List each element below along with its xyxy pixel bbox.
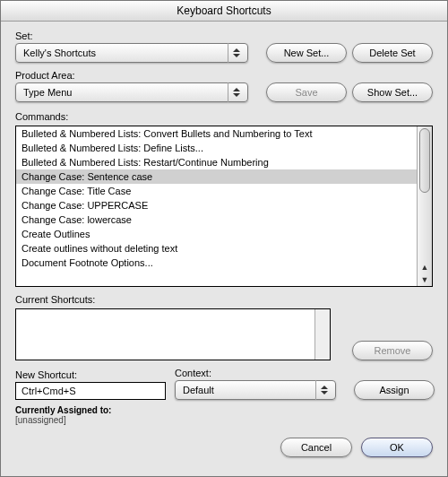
remove-button[interactable]: Remove xyxy=(352,341,433,360)
product-area-label: Product Area: xyxy=(15,70,248,81)
assigned-to-label: Currently Assigned to: xyxy=(15,405,433,415)
list-item[interactable]: Change Case: Title Case xyxy=(16,184,417,198)
list-item[interactable]: Create Outlines xyxy=(16,227,417,241)
set-label: Set: xyxy=(15,30,248,41)
keyboard-shortcuts-dialog: Keyboard Shortcuts Set: Kelly's Shortcut… xyxy=(0,0,448,477)
set-select[interactable]: Kelly's Shortcuts xyxy=(15,43,248,63)
set-select-value: Kelly's Shortcuts xyxy=(23,48,96,58)
current-shortcuts-label: Current Shortcuts: xyxy=(15,294,433,305)
save-button[interactable]: Save xyxy=(266,82,347,102)
commands-scrollbar[interactable]: ▲ ▼ xyxy=(417,126,432,286)
list-item[interactable]: Document Footnote Options... xyxy=(16,256,417,270)
scroll-thumb[interactable] xyxy=(419,128,430,193)
shortcuts-scrollbar[interactable] xyxy=(314,309,330,360)
show-set-button[interactable]: Show Set... xyxy=(352,82,433,102)
new-shortcut-label: New Shortcut: xyxy=(15,369,166,380)
titlebar: Keyboard Shortcuts xyxy=(1,1,447,22)
list-item[interactable]: Change Case: Sentence case xyxy=(16,169,417,184)
list-item[interactable]: Change Case: UPPERCASE xyxy=(16,198,417,212)
new-shortcut-input[interactable] xyxy=(15,382,166,400)
current-shortcuts-box[interactable] xyxy=(15,308,331,360)
delete-set-button[interactable]: Delete Set xyxy=(352,43,433,63)
product-area-select-value: Type Menu xyxy=(23,87,72,98)
commands-label: Commands: xyxy=(15,111,433,122)
assign-button[interactable]: Assign xyxy=(354,380,435,400)
cancel-button[interactable]: Cancel xyxy=(280,438,352,457)
ok-button[interactable]: OK xyxy=(361,438,433,457)
commands-list[interactable]: Bulleted & Numbered Lists: Convert Bulle… xyxy=(15,126,433,287)
list-item[interactable]: Change Case: lowercase xyxy=(16,212,417,227)
context-select-value: Default xyxy=(183,385,214,395)
list-item[interactable]: Bulleted & Numbered Lists: Restart/Conti… xyxy=(16,155,417,169)
dialog-content: Set: Kelly's Shortcuts New Set... Delete… xyxy=(1,22,447,476)
window-title: Keyboard Shortcuts xyxy=(177,4,271,17)
context-select[interactable]: Default xyxy=(175,380,336,400)
assigned-to-value: [unassigned] xyxy=(15,415,433,425)
product-area-select[interactable]: Type Menu xyxy=(15,82,248,102)
list-item[interactable]: Bulleted & Numbered Lists: Define Lists.… xyxy=(16,141,417,155)
context-label: Context: xyxy=(175,368,336,378)
scroll-up-icon[interactable]: ▲ xyxy=(418,261,432,273)
scroll-down-icon[interactable]: ▼ xyxy=(418,273,432,286)
list-item[interactable]: Create outlines without deleting text xyxy=(16,241,417,256)
new-set-button[interactable]: New Set... xyxy=(266,43,347,63)
list-item[interactable]: Bulleted & Numbered Lists: Convert Bulle… xyxy=(16,126,417,141)
